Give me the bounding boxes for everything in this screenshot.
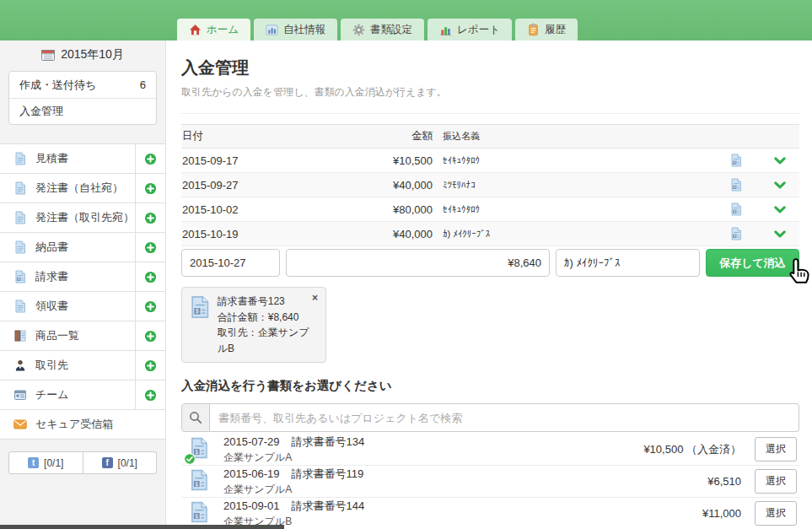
status-box: 作成・送付待ち 6 入金管理 xyxy=(8,71,157,125)
document-icon xyxy=(13,181,27,195)
linked-invoice-icon[interactable] xyxy=(712,154,761,167)
plus-icon xyxy=(144,359,157,372)
sidebar-item-estimates[interactable]: 見積書 xyxy=(0,144,165,174)
plus-icon xyxy=(144,389,157,402)
doc-client: 企業サンプルA xyxy=(223,483,707,497)
sidebar-item-delivery-slips[interactable]: 納品書 xyxy=(0,233,165,262)
selected-invoice-total: 合計金額：¥8,640 xyxy=(218,310,318,326)
tab-label: 自社情報 xyxy=(283,23,325,37)
invoice-icon xyxy=(188,436,213,463)
add-purchase-order-own-button[interactable] xyxy=(135,174,165,202)
sidebar: 2015年10月 作成・送付待ち 6 入金管理 見積書 発注書（自社宛） xyxy=(0,40,166,529)
chevron-down-icon[interactable] xyxy=(761,230,799,238)
doc-date: 2015-09-01 xyxy=(223,499,280,512)
document-search-input[interactable] xyxy=(210,403,799,432)
add-team-member-button[interactable] xyxy=(135,381,165,409)
menu-label: チーム xyxy=(35,387,69,402)
header-payer-name: 振込名義 xyxy=(433,130,712,143)
invoice-icon xyxy=(13,270,27,283)
payment-row: 2015-10-02 ¥80,000 ｾｲｷｭｳﾀﾛｳ xyxy=(181,197,799,222)
tab-home[interactable]: ホーム xyxy=(177,19,250,40)
current-page-label: 入金管理 xyxy=(19,104,63,119)
add-client-button[interactable] xyxy=(135,351,165,380)
add-receipt-button[interactable] xyxy=(135,292,165,321)
chevron-down-icon[interactable] xyxy=(761,157,799,165)
new-payment-entry-row: 保存して消込 xyxy=(181,249,799,277)
facebook-share-button[interactable]: f [0/1] xyxy=(83,451,158,474)
app-header: ホーム 自社情報 書類設定 レポート 履歴 xyxy=(0,0,812,40)
linked-invoice-icon[interactable] xyxy=(712,202,761,216)
sidebar-item-products[interactable]: 商品一覧 xyxy=(0,321,165,351)
screen-edge-strip xyxy=(0,525,284,529)
payment-management-page: ホーム 自社情報 書類設定 レポート 履歴 2015年10月 xyxy=(0,0,812,529)
doc-amount: ¥10,500 （入金済） xyxy=(643,442,741,457)
add-estimate-button[interactable] xyxy=(135,144,165,173)
payment-date-input[interactable] xyxy=(181,249,280,277)
pending-documents-link[interactable]: 作成・送付待ち 6 xyxy=(9,72,156,98)
sidebar-item-purchase-orders-client[interactable]: 発注書（取引先宛） xyxy=(0,203,165,233)
sidebar-item-team[interactable]: チーム xyxy=(0,381,165,410)
close-icon[interactable]: × xyxy=(312,293,318,303)
select-document-button[interactable]: 選択 xyxy=(755,469,797,494)
document-icon xyxy=(13,211,27,224)
doc-number: 請求書番号119 xyxy=(292,467,364,480)
invoice-icon xyxy=(188,294,212,321)
doc-client: 企業サンプルB xyxy=(223,515,702,529)
plus-icon xyxy=(144,153,157,165)
doc-date: 2015-06-19 xyxy=(223,467,280,480)
tab-label: 履歴 xyxy=(545,23,566,37)
pending-label: 作成・送付待ち xyxy=(19,78,96,93)
month-label: 2015年10月 xyxy=(61,47,124,62)
paid-check-icon xyxy=(184,453,196,465)
add-purchase-order-client-button[interactable] xyxy=(135,203,165,232)
sidebar-item-invoices[interactable]: 請求書 xyxy=(0,262,165,292)
tab-document-settings[interactable]: 書類設定 xyxy=(341,19,424,40)
selected-invoice-number: 請求書番号123 xyxy=(218,294,318,310)
page-title: 入金管理 xyxy=(181,57,799,79)
selected-invoice-card: 請求書番号123 合計金額：¥8,640 取引先：企業サンプルB × xyxy=(181,287,326,363)
add-invoice-button[interactable] xyxy=(135,262,165,291)
save-and-clear-button[interactable]: 保存して消込 xyxy=(706,249,799,277)
tab-report[interactable]: レポート xyxy=(428,19,512,40)
payment-amount: ¥40,000 xyxy=(287,179,433,192)
person-icon xyxy=(13,359,27,372)
linked-invoice-icon[interactable] xyxy=(712,178,761,192)
payment-amount-input[interactable] xyxy=(286,249,550,277)
tab-company-info[interactable]: 自社情報 xyxy=(254,19,337,40)
sidebar-item-clients[interactable]: 取引先 xyxy=(0,351,165,381)
doc-amount: ¥11,000 xyxy=(702,507,741,520)
add-product-button[interactable] xyxy=(135,321,165,350)
sidebar-item-secure-inbox[interactable]: セキュア受信箱 xyxy=(0,410,165,440)
menu-label: 商品一覧 xyxy=(35,328,79,343)
payment-payer-name: ｾｲｷｭｳﾀﾛｳ xyxy=(433,204,712,214)
payer-name-input[interactable] xyxy=(556,249,700,277)
chevron-down-icon[interactable] xyxy=(761,206,799,213)
social-share-box: t [0/1] f [0/1] xyxy=(8,451,157,474)
select-document-button[interactable]: 選択 xyxy=(755,501,797,526)
report-chart-icon xyxy=(439,24,452,36)
sidebar-item-receipts[interactable]: 領収書 xyxy=(0,292,165,321)
payment-row: 2015-09-17 ¥10,500 ｾｲｷｭｳﾀﾛｳ xyxy=(181,148,799,173)
document-icon xyxy=(13,240,27,254)
menu-label: 見積書 xyxy=(35,151,68,166)
payment-management-link[interactable]: 入金管理 xyxy=(9,98,156,124)
doc-number: 請求書番号134 xyxy=(292,435,365,448)
page-subtitle: 取引先からの入金を管理し、書類の入金消込が行えます。 xyxy=(181,85,799,100)
payment-row: 2015-09-27 ¥40,000 ﾐﾂﾓﾘﾊﾅｺ xyxy=(181,173,799,197)
tab-label: レポート xyxy=(457,23,500,37)
add-delivery-slip-button[interactable] xyxy=(135,233,165,262)
plus-icon xyxy=(144,330,157,343)
document-icon xyxy=(13,152,27,165)
linked-invoice-icon[interactable] xyxy=(712,227,761,240)
envelope-icon xyxy=(13,418,27,431)
sidebar-item-purchase-orders-own[interactable]: 発注書（自社宛） xyxy=(0,174,165,203)
menu-label: 発注書（取引先宛） xyxy=(35,210,134,225)
product-icon xyxy=(13,329,27,343)
chevron-down-icon[interactable] xyxy=(761,181,799,189)
select-document-button[interactable]: 選択 xyxy=(755,437,797,462)
twitter-share-button[interactable]: t [0/1] xyxy=(8,451,83,474)
tab-history[interactable]: 履歴 xyxy=(515,19,578,40)
payments-table-header: 日付 金額 振込名義 xyxy=(181,124,799,148)
payment-payer-name: ﾐﾂﾓﾘﾊﾅｺ xyxy=(433,180,712,190)
plus-icon xyxy=(144,182,157,195)
